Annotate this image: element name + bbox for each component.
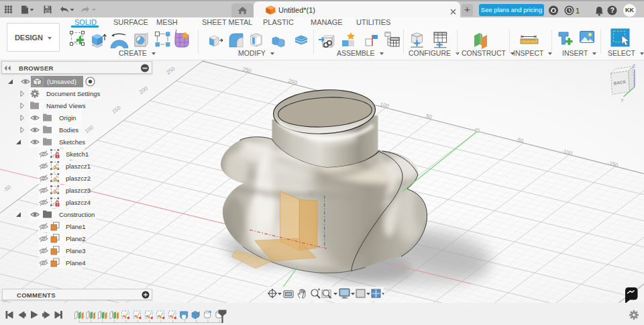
- svg-text:Z: Z: [633, 64, 636, 68]
- svg-text:1: 1: [576, 7, 580, 15]
- svg-text:?: ?: [610, 7, 614, 14]
- svg-text:Y: Y: [621, 98, 624, 103]
